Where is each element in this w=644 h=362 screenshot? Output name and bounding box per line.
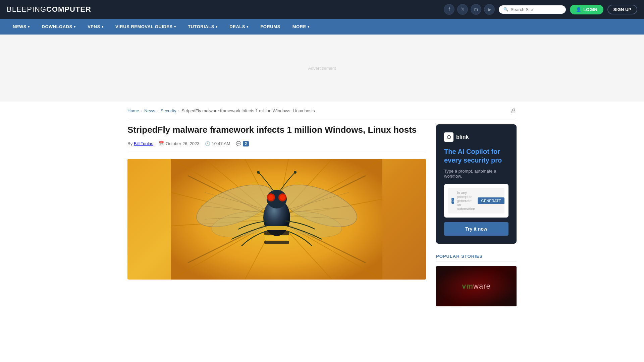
author-link[interactable]: Bill Toulas [134, 141, 153, 146]
article-date: October 26, 2023 [166, 141, 199, 146]
article-title: StripedFly malware framework infects 1 m… [127, 124, 426, 136]
svg-point-32 [268, 195, 274, 200]
sidebar-ad-desc: Type a prompt, automate a workflow. [444, 169, 508, 179]
nav-virus-arrow: ▾ [174, 25, 176, 28]
article-time: 10:47 AM [212, 141, 230, 146]
nav-vpns-arrow: ▾ [102, 25, 104, 28]
article-hero-image [127, 159, 426, 280]
popular-story-image[interactable]: vmware [436, 266, 517, 306]
breadcrumb: Home › News › Security › StripedFly malw… [127, 108, 517, 119]
header-right: f 𝕏 m ▶ 🔍 👤 LOGIN SIGN UP [444, 4, 637, 15]
nav-downloads-arrow: ▾ [74, 25, 76, 28]
clock-icon: 🕐 [205, 141, 210, 146]
sidebar-ad-input-area: ⬡ In any prompt to generate an automatio… [444, 184, 508, 218]
breadcrumb-sep-2: › [157, 109, 159, 113]
breadcrumb-current: StripedFly malware framework infects 1 m… [181, 108, 315, 113]
nav-virus-removal[interactable]: VIRUS REMOVAL GUIDES ▾ [109, 19, 182, 35]
sidebar-ad: ⬡ blink The AI Copilot for every securit… [436, 124, 517, 244]
ad-input-icon: ⬡ [451, 198, 454, 204]
blink-name: blink [456, 134, 469, 140]
ad-banner-area: Advertisement [0, 35, 644, 102]
mastodon-icon[interactable]: m [471, 4, 481, 15]
svg-rect-37 [264, 241, 289, 244]
sidebar-ad-title: The AI Copilot for every security pro [444, 147, 508, 165]
ad-input-placeholder: In any prompt to generate an automation [457, 191, 475, 211]
site-logo[interactable]: BLEEPINGCOMPUTER [7, 5, 91, 14]
main-nav: NEWS ▾ DOWNLOADS ▾ VPNS ▾ VIRUS REMOVAL … [0, 19, 644, 35]
article-sidebar: ⬡ blink The AI Copilot for every securit… [436, 124, 517, 306]
article-main: StripedFly malware framework infects 1 m… [127, 124, 426, 306]
article-comments-item[interactable]: 💬 2 [236, 141, 249, 146]
login-icon: 👤 [576, 7, 581, 12]
twitter-icon[interactable]: 𝕏 [457, 4, 468, 15]
search-input[interactable] [511, 7, 561, 12]
youtube-icon[interactable]: ▶ [484, 4, 495, 15]
svg-point-33 [280, 195, 285, 200]
comments-count: 2 [243, 141, 249, 146]
blink-icon: ⬡ [444, 132, 453, 142]
breadcrumb-security[interactable]: Security [161, 108, 176, 113]
breadcrumb-home[interactable]: Home [127, 108, 139, 113]
nav-forums[interactable]: FORUMS [254, 19, 286, 35]
calendar-icon: 📅 [159, 141, 164, 146]
breadcrumb-sep-3: › [178, 109, 180, 113]
search-icon: 🔍 [503, 7, 508, 12]
site-header: BLEEPINGCOMPUTER f 𝕏 m ▶ 🔍 👤 LOGIN SIGN … [0, 0, 644, 19]
breadcrumb-news[interactable]: News [144, 108, 155, 113]
logo-light-text: BLEEPING [7, 5, 46, 13]
social-icons: f 𝕏 m ▶ [444, 4, 495, 15]
signup-button[interactable]: SIGN UP [607, 5, 637, 14]
article-date-item: 📅 October 26, 2023 [159, 141, 199, 146]
nav-downloads[interactable]: DOWNLOADS ▾ [36, 19, 82, 35]
ad-generate-button[interactable]: GENERATE [478, 197, 504, 204]
ad-input-row: ⬡ In any prompt to generate an automatio… [448, 188, 504, 214]
popular-stories: POPULAR STORIES vmware [436, 254, 517, 306]
login-button[interactable]: 👤 LOGIN [570, 5, 603, 14]
article-meta: By Bill Toulas 📅 October 26, 2023 🕐 10:4… [127, 141, 426, 152]
svg-rect-34 [265, 226, 288, 230]
ad-placeholder-text: Advertisement [308, 66, 336, 71]
article-author: By Bill Toulas [127, 141, 153, 146]
nav-news[interactable]: NEWS ▾ [7, 19, 36, 35]
blink-logo: ⬡ blink [444, 132, 508, 142]
svg-point-38 [257, 171, 260, 174]
ad-highlight: AI Copilot [458, 148, 489, 155]
nav-deals[interactable]: DEALS ▾ [223, 19, 254, 35]
print-icon[interactable]: 🖨 [511, 107, 517, 114]
nav-vpns[interactable]: VPNS ▾ [82, 19, 109, 35]
content-wrapper: Home › News › Security › StripedFly malw… [121, 102, 523, 313]
nav-more[interactable]: MORE ▾ [286, 19, 316, 35]
popular-stories-title: POPULAR STORIES [436, 254, 517, 262]
svg-rect-36 [265, 236, 288, 240]
nav-news-arrow: ▾ [28, 25, 30, 28]
nav-deals-arrow: ▾ [247, 25, 249, 28]
red-particles [436, 266, 517, 306]
nav-tutorials[interactable]: TUTORIALS ▾ [182, 19, 223, 35]
svg-rect-35 [264, 231, 289, 235]
logo-bold-text: COMPUTER [46, 5, 91, 13]
facebook-icon[interactable]: f [444, 4, 454, 15]
breadcrumb-sep-1: › [141, 109, 143, 113]
article-time-item: 🕐 10:47 AM [205, 141, 230, 146]
svg-point-39 [294, 171, 297, 174]
vmware-logo-area: vmware [436, 266, 517, 306]
try-now-button[interactable]: Try it now [444, 222, 508, 236]
article-layout: StripedFly malware framework infects 1 m… [127, 124, 517, 306]
comments-icon: 💬 [236, 141, 241, 146]
nav-tutorials-arrow: ▾ [216, 25, 218, 28]
search-box[interactable]: 🔍 [499, 5, 566, 14]
nav-more-arrow: ▾ [308, 25, 310, 28]
